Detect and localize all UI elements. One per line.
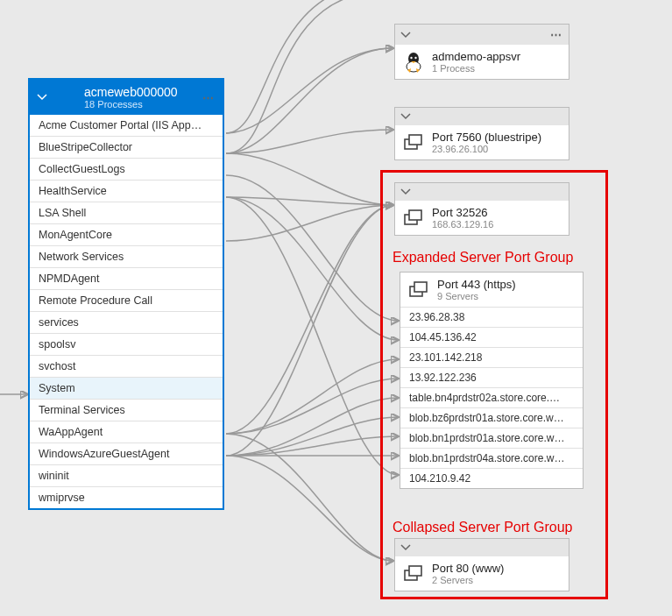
server-subtitle: 18 Processes: [84, 99, 178, 110]
linux-icon: [402, 51, 425, 74]
node-subtitle: 23.96.26.100: [432, 144, 541, 154]
more-icon[interactable]: ⋯: [550, 28, 563, 41]
chevron-down-icon[interactable]: [400, 187, 411, 197]
node-title: Port 80 (www): [432, 562, 504, 575]
svg-rect-3: [67, 98, 75, 107]
process-row[interactable]: svchost: [30, 356, 223, 378]
server-row[interactable]: table.bn4prdstr02a.store.core.…: [400, 387, 583, 407]
server-row[interactable]: 23.101.142.218: [400, 347, 583, 367]
server-list: 23.96.28.38104.45.136.4223.101.142.21813…: [400, 307, 583, 488]
svg-rect-0: [56, 88, 65, 96]
process-row[interactable]: LSA Shell: [30, 202, 223, 224]
node-subtitle: 1 Process: [432, 63, 520, 74]
server-group-icon: [402, 563, 425, 585]
process-row[interactable]: WindowsAzureGuestAgent: [30, 443, 223, 465]
annotation-collapsed-label: Collapsed Server Port Group: [393, 520, 572, 535]
server-group-icon: [402, 207, 425, 230]
chevron-down-icon[interactable]: [400, 542, 411, 553]
server-row[interactable]: 104.45.136.42: [400, 327, 583, 347]
svg-point-6: [410, 56, 412, 58]
chevron-down-icon[interactable]: [400, 30, 411, 40]
svg-rect-13: [414, 282, 427, 292]
windows-icon: [54, 86, 77, 109]
server-group-icon: [407, 279, 430, 301]
server-group-icon: [402, 131, 425, 154]
node-title: Port 32526: [432, 206, 493, 219]
server-title: acmeweb000000: [84, 85, 178, 99]
node-title: Port 443 (https): [437, 278, 516, 291]
server-node-header[interactable]: acmeweb000000 18 Processes ⋯: [30, 80, 223, 115]
server-row[interactable]: blob.bz6prdstr01a.store.core.w…: [400, 407, 583, 428]
svg-rect-11: [409, 210, 421, 220]
process-row[interactable]: Remote Procedure Call: [30, 290, 223, 312]
svg-rect-2: [56, 98, 65, 107]
process-row[interactable]: Network Services: [30, 246, 223, 268]
chevron-down-icon: [37, 92, 47, 103]
annotation-expanded-label: Expanded Server Port Group: [393, 250, 573, 266]
process-row[interactable]: wmiprvse: [30, 487, 223, 508]
server-row[interactable]: blob.bn1prdstr01a.store.core.w…: [400, 428, 583, 448]
process-row[interactable]: WaAppAgent: [30, 421, 223, 443]
server-node-appsvr[interactable]: ⋯ admdemo-appsvr 1 Process: [394, 24, 569, 80]
chevron-down-icon[interactable]: [400, 111, 411, 122]
node-subtitle: 168.63.129.16: [432, 219, 493, 230]
process-row[interactable]: spoolsv: [30, 334, 223, 356]
server-row[interactable]: blob.bn1prdstr04a.store.core.w…: [400, 448, 583, 468]
process-row[interactable]: services: [30, 312, 223, 334]
port-node-7560[interactable]: Port 7560 (bluestripe) 23.96.26.100: [394, 107, 569, 160]
process-row[interactable]: NPMDAgent: [30, 268, 223, 290]
server-node-acmeweb[interactable]: acmeweb000000 18 Processes ⋯ Acme Custom…: [28, 78, 224, 510]
node-subtitle: 2 Servers: [432, 575, 504, 585]
svg-point-7: [414, 56, 416, 58]
process-row[interactable]: Acme Customer Portal (IIS App…: [30, 115, 223, 137]
server-row[interactable]: 13.92.122.236: [400, 367, 583, 387]
process-row[interactable]: MonAgentCore: [30, 224, 223, 246]
server-row[interactable]: 23.96.28.38: [400, 307, 583, 327]
node-title: admdemo-appsvr: [432, 50, 520, 63]
more-icon[interactable]: ⋯: [202, 91, 216, 104]
process-row[interactable]: Terminal Services: [30, 400, 223, 421]
process-list: Acme Customer Portal (IIS App…BlueStripe…: [30, 115, 223, 508]
process-row[interactable]: wininit: [30, 465, 223, 487]
port-node-32526[interactable]: Port 32526 168.63.129.16: [394, 182, 569, 236]
node-title: Port 7560 (bluestripe): [432, 131, 541, 144]
svg-rect-9: [409, 135, 421, 145]
node-subtitle: 9 Servers: [437, 291, 516, 301]
process-row[interactable]: HealthService: [30, 181, 223, 202]
process-row[interactable]: BlueStripeCollector: [30, 137, 223, 159]
port-node-443[interactable]: Port 443 (https) 9 Servers 23.96.28.3810…: [400, 272, 584, 489]
process-row[interactable]: CollectGuestLogs: [30, 159, 223, 181]
svg-rect-1: [67, 88, 75, 96]
server-row[interactable]: 104.210.9.42: [400, 468, 583, 488]
process-row[interactable]: System: [30, 378, 223, 400]
port-node-80[interactable]: Port 80 (www) 2 Servers: [394, 538, 569, 591]
svg-rect-15: [409, 566, 421, 576]
